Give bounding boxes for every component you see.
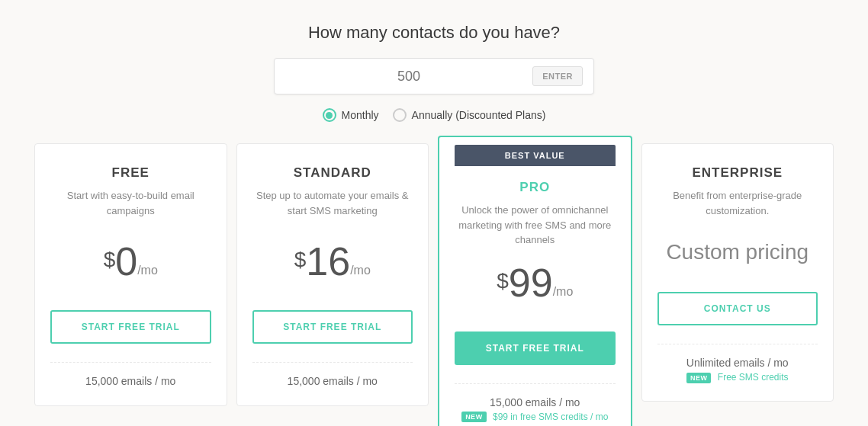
plan-pro-per-mo: /mo [553, 286, 574, 298]
plan-pro-desc: Unlock the power of omnichannel marketin… [455, 203, 616, 248]
plan-free-amount: 0 [115, 242, 137, 281]
plan-enterprise-feature: Unlimited emails / mo NEW Free SMS credi… [657, 344, 818, 383]
annually-option[interactable]: Annually (Discounted Plans) [393, 108, 546, 122]
plan-standard-price: $ 16 /mo [294, 242, 371, 281]
plan-pro-amount: 99 [509, 263, 553, 303]
plan-free: FREE Start with easy-to-build email camp… [34, 143, 227, 406]
plan-enterprise-name: ENTERPRISE [692, 165, 783, 181]
plan-standard-feature: 15,000 emails / mo [252, 362, 413, 387]
monthly-option[interactable]: Monthly [323, 108, 379, 122]
plan-free-feature-main: 15,000 emails / mo [85, 375, 175, 387]
plan-enterprise-new-badge: NEW [686, 373, 712, 383]
page-title: How many contacts do you have? [308, 23, 560, 43]
plan-enterprise-desc: Benefit from enterprise-grade customizat… [657, 188, 818, 226]
plan-pro-name: PRO [519, 180, 550, 195]
plan-enterprise-price-wrapper: Custom pricing [666, 242, 809, 266]
plan-standard-per-mo: /mo [350, 264, 371, 277]
annually-radio[interactable] [393, 108, 407, 122]
plan-free-desc: Start with easy-to-build email campaigns [50, 188, 211, 226]
plan-pro-cta[interactable]: START FREE TRIAL [455, 332, 616, 365]
plan-free-name: FREE [112, 165, 149, 181]
plan-standard-name: STANDARD [294, 165, 371, 181]
plan-free-price: $ 0 /mo [104, 242, 158, 281]
plan-enterprise: ENTERPRISE Benefit from enterprise-grade… [641, 143, 834, 402]
billing-toggle: Monthly Annually (Discounted Plans) [323, 108, 546, 122]
plan-pro-currency: $ [497, 271, 509, 292]
plan-enterprise-feature-main: Unlimited emails / mo [686, 357, 789, 369]
plan-enterprise-sub-text: Free SMS credits [718, 372, 789, 383]
enter-button[interactable]: ENTER [532, 66, 583, 86]
plan-pro-feature-main: 15,000 emails / mo [490, 396, 580, 408]
plan-pro-price-wrapper: $ 99 /mo [497, 263, 573, 306]
plan-free-feature: 15,000 emails / mo [50, 362, 211, 387]
contact-count-input[interactable] [285, 69, 532, 85]
plan-enterprise-feature-sub: NEW Free SMS credits [657, 372, 818, 383]
plan-standard-desc: Step up to automate your emails & start … [252, 188, 413, 226]
plan-standard-price-wrapper: $ 16 /mo [294, 242, 371, 284]
monthly-label: Monthly [342, 109, 379, 121]
plan-enterprise-price: Custom pricing [666, 242, 809, 263]
plan-standard-cta[interactable]: START FREE TRIAL [252, 310, 413, 344]
plan-pro-price: $ 99 /mo [497, 263, 573, 303]
plan-pro-sub-text: $99 in free SMS credits / mo [493, 412, 608, 422]
plans-grid: FREE Start with easy-to-build email camp… [30, 143, 838, 426]
plan-standard-currency: $ [294, 249, 307, 271]
plan-pro-feature-sub: NEW $99 in free SMS credits / mo [455, 412, 616, 422]
plan-standard-amount: 16 [306, 242, 350, 281]
plan-free-per-mo: /mo [137, 264, 158, 277]
plan-standard-feature-main: 15,000 emails / mo [288, 375, 378, 387]
annually-label: Annually (Discounted Plans) [412, 109, 546, 121]
plan-free-cta[interactable]: START FREE TRIAL [50, 310, 211, 344]
plan-enterprise-cta[interactable]: CONTACT US [657, 292, 818, 325]
plan-free-price-wrapper: $ 0 /mo [104, 242, 158, 284]
plan-free-currency: $ [104, 249, 116, 271]
plan-pro-feature: 15,000 emails / mo NEW $99 in free SMS c… [455, 383, 616, 422]
best-value-banner: BEST VALUE [455, 145, 616, 166]
monthly-radio[interactable] [323, 108, 336, 122]
contact-input-wrapper: ENTER [274, 58, 594, 94]
plan-pro: BEST VALUE PRO Unlock the power of omnic… [438, 136, 632, 426]
plan-pro-new-badge: NEW [461, 412, 487, 422]
plan-standard: STANDARD Step up to automate your emails… [236, 143, 429, 406]
